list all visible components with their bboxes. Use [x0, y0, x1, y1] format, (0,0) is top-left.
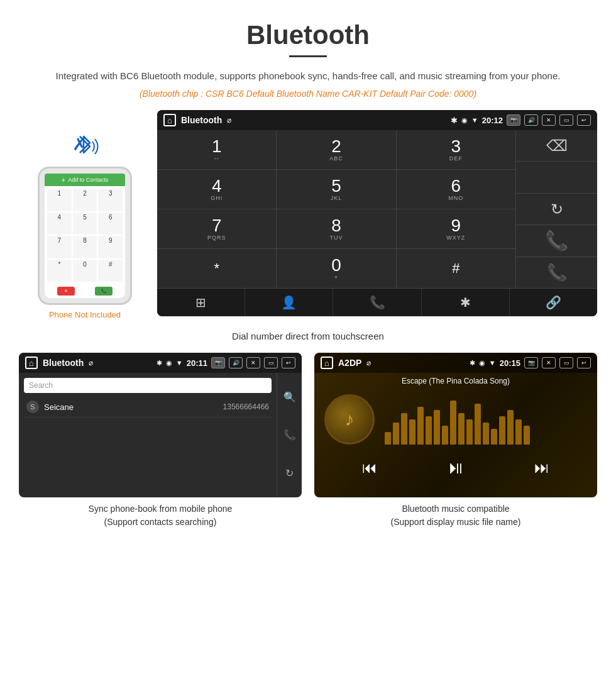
- bluetooth-icon: ✗: [72, 134, 87, 155]
- contact-row[interactable]: S Seicane 13566664466: [24, 397, 272, 418]
- nav-phone[interactable]: 📞: [333, 289, 421, 316]
- volume-icon-box[interactable]: 🔊: [524, 114, 538, 126]
- pb-volume-icon[interactable]: 🔊: [229, 357, 243, 368]
- wave-bar: [458, 413, 465, 445]
- prev-button[interactable]: ⏮: [362, 459, 377, 477]
- empty-cell-1: [516, 162, 597, 193]
- music-home-icon[interactable]: ⌂: [321, 357, 333, 369]
- nav-contacts[interactable]: 👤: [245, 289, 333, 316]
- call-green-icon: 📞: [545, 230, 568, 252]
- nav-dialpad[interactable]: ⊞: [157, 289, 245, 316]
- right-column: ⌫ ↻ 📞 📞: [515, 130, 597, 288]
- camera-icon-box[interactable]: 📷: [507, 114, 520, 126]
- dial-key-hash[interactable]: #: [397, 249, 515, 288]
- music-bt-icon: ✱: [470, 359, 475, 367]
- pb-home-icon[interactable]: ⌂: [25, 357, 38, 369]
- phone-screen-header: Add to Contacts: [45, 174, 125, 186]
- dial-row-1: 1◦◦ 2ABC 3DEF: [157, 130, 515, 170]
- music-status-bar: ⌂ A2DP ⌀ ✱ ◉ ▼ 20:15 📷 ✕ ▭ ↩: [314, 353, 597, 373]
- dial-row-2: 4GHI 5JKL 6MNO: [157, 170, 515, 209]
- bluetooth-signal: ✗: [66, 129, 104, 167]
- call-red-cell[interactable]: 📞: [516, 257, 597, 288]
- wave-bar: [442, 426, 448, 445]
- dial-key-2[interactable]: 2ABC: [277, 130, 396, 169]
- wave-bar: [385, 432, 391, 445]
- wave-bar: [426, 416, 432, 445]
- pb-camera-icon[interactable]: 📷: [211, 357, 225, 368]
- wave-bar: [393, 423, 399, 445]
- phonebook-panel: ⌂ Bluetooth ⌀ ✱ ◉ ▼ 20:11 📷 🔊 ✕ ▭ ↩: [19, 353, 302, 529]
- pb-status-bar: ⌂ Bluetooth ⌀ ✱ ◉ ▼ 20:11 📷 🔊 ✕ ▭ ↩: [19, 353, 302, 373]
- pb-phone-icon[interactable]: 📞: [283, 429, 296, 441]
- pb-search-icon[interactable]: 🔍: [283, 391, 296, 403]
- dial-key-3[interactable]: 3DEF: [397, 130, 515, 169]
- close-icon-box[interactable]: ✕: [542, 114, 556, 126]
- dial-key-5[interactable]: 5JKL: [277, 170, 396, 209]
- wave-bar: [417, 407, 424, 445]
- subtitle-text: Integrated with BC6 Bluetooth module, su…: [0, 69, 616, 84]
- wave-bar: [483, 423, 489, 445]
- wave-bar: [524, 426, 530, 445]
- dial-row-4: * 0+ #: [157, 249, 515, 288]
- refresh-cell[interactable]: ↻: [516, 194, 597, 225]
- play-pause-button[interactable]: ⏯: [447, 457, 465, 478]
- nav-link[interactable]: 🔗: [510, 289, 597, 316]
- backspace-cell[interactable]: ⌫: [516, 130, 597, 162]
- location-icon: ◉: [461, 116, 468, 124]
- phone-end-btn[interactable]: ✕: [57, 287, 75, 296]
- contact-number: 13566664466: [223, 402, 269, 411]
- album-art: ♪: [324, 394, 375, 445]
- wave-bar: [401, 413, 407, 445]
- phone-call-btn[interactable]: 📞: [95, 287, 113, 296]
- home-icon[interactable]: ⌂: [163, 114, 176, 126]
- dial-key-star[interactable]: *: [157, 249, 277, 288]
- pb-back-icon[interactable]: ↩: [282, 357, 295, 368]
- music-sig-icon: ▼: [489, 359, 496, 367]
- music-caption: Bluetooth music compatible (Support disp…: [391, 502, 521, 529]
- dial-row-3: 7PQRS 8TUV 9WXYZ: [157, 209, 515, 249]
- music-screen: ⌂ A2DP ⌀ ✱ ◉ ▼ 20:15 📷 ✕ ▭ ↩: [314, 353, 597, 497]
- music-back-icon[interactable]: ↩: [577, 357, 591, 368]
- wave-bar: [491, 429, 497, 445]
- pb-refresh-icon[interactable]: ↻: [285, 467, 294, 479]
- dialpad-grid: 1◦◦ 2ABC 3DEF 4GHI 5JKL 6MNO 7PQRS: [157, 130, 515, 288]
- dial-key-4[interactable]: 4GHI: [157, 170, 277, 209]
- dial-key-8[interactable]: 8TUV: [277, 209, 396, 248]
- back-icon-box[interactable]: ↩: [577, 114, 591, 126]
- phonebook-caption: Sync phone-book from mobile phone (Suppo…: [89, 502, 233, 529]
- pb-screen-title: Bluetooth: [43, 358, 84, 368]
- song-title: Escape (The Pina Colada Song): [314, 373, 597, 389]
- next-button[interactable]: ⏭: [534, 459, 549, 477]
- wave-bar: [499, 416, 505, 445]
- phone-mock: Add to Contacts 1 2 3 4 5 6 7 8 9 * 0 #: [38, 167, 132, 305]
- pb-close-icon[interactable]: ✕: [246, 357, 260, 368]
- title-underline: [289, 55, 327, 57]
- pb-time: 20:11: [187, 358, 207, 368]
- window-icon-box[interactable]: ▭: [559, 114, 573, 126]
- dial-key-6[interactable]: 6MNO: [397, 170, 515, 209]
- bottom-navigation: ⊞ 👤 📞 ✱ 🔗: [157, 288, 597, 316]
- music-camera-icon[interactable]: 📷: [524, 357, 538, 368]
- pb-right-icons: 🔍 📞 ↻: [277, 373, 302, 497]
- call-green-cell[interactable]: 📞: [516, 225, 597, 257]
- phone-not-included-label: Phone Not Included: [49, 310, 121, 319]
- music-content: ♪: [314, 389, 597, 450]
- search-bar[interactable]: Search: [24, 378, 272, 393]
- contact-name: Seicane: [44, 402, 223, 412]
- dial-key-9[interactable]: 9WXYZ: [397, 209, 515, 248]
- wave-bar: [466, 419, 473, 445]
- dial-key-7[interactable]: 7PQRS: [157, 209, 277, 248]
- usb-icon: ⌀: [227, 116, 231, 124]
- pb-window-icon[interactable]: ▭: [264, 357, 278, 368]
- dial-key-1[interactable]: 1◦◦: [157, 130, 277, 169]
- bluetooth-status-icon: ✱: [451, 116, 458, 125]
- music-usb-icon: ⌀: [366, 358, 371, 367]
- dial-key-0[interactable]: 0+: [277, 249, 396, 288]
- call-red-icon: 📞: [547, 263, 567, 282]
- pb-usb-icon: ⌀: [89, 358, 93, 367]
- music-win-icon[interactable]: ▭: [559, 357, 573, 368]
- music-vol-icon[interactable]: ✕: [542, 357, 556, 368]
- nav-bluetooth[interactable]: ✱: [422, 289, 510, 316]
- wave-bar: [507, 410, 514, 445]
- phonebook-screen: ⌂ Bluetooth ⌀ ✱ ◉ ▼ 20:11 📷 🔊 ✕ ▭ ↩: [19, 353, 302, 497]
